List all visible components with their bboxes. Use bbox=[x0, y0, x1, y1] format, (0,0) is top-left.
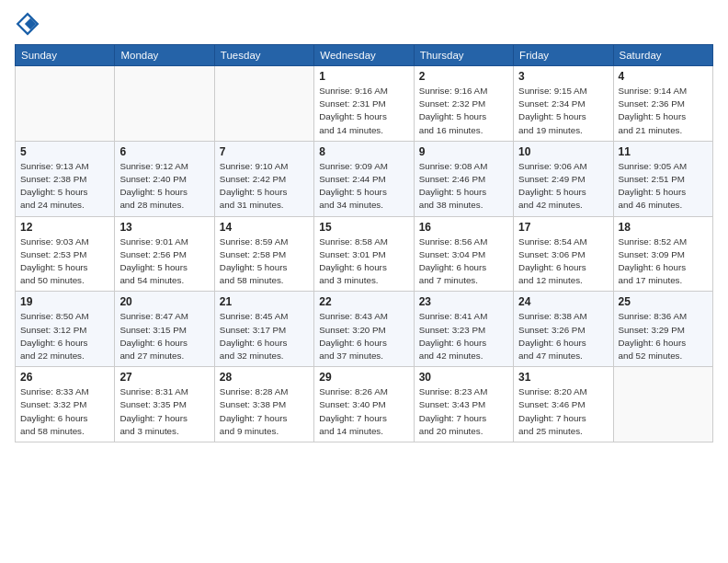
day-info: Sunrise: 8:52 AM Sunset: 3:09 PM Dayligh… bbox=[619, 236, 708, 288]
calendar-cell: 8Sunrise: 9:09 AM Sunset: 2:44 PM Daylig… bbox=[314, 141, 414, 216]
calendar-cell bbox=[613, 367, 712, 442]
day-number: 18 bbox=[619, 221, 708, 234]
calendar-cell: 22Sunrise: 8:43 AM Sunset: 3:20 PM Dayli… bbox=[314, 292, 414, 367]
day-number: 7 bbox=[220, 145, 309, 158]
calendar-cell: 31Sunrise: 8:20 AM Sunset: 3:46 PM Dayli… bbox=[514, 367, 613, 442]
calendar-cell: 5Sunrise: 9:13 AM Sunset: 2:38 PM Daylig… bbox=[16, 141, 115, 216]
calendar-cell: 12Sunrise: 9:03 AM Sunset: 2:53 PM Dayli… bbox=[16, 216, 115, 292]
day-number: 11 bbox=[619, 145, 708, 158]
calendar-week-row: 5Sunrise: 9:13 AM Sunset: 2:38 PM Daylig… bbox=[16, 141, 713, 216]
header bbox=[15, 11, 713, 37]
day-number: 30 bbox=[419, 371, 508, 384]
day-info: Sunrise: 8:59 AM Sunset: 2:58 PM Dayligh… bbox=[220, 236, 309, 288]
day-info: Sunrise: 8:54 AM Sunset: 3:06 PM Dayligh… bbox=[518, 236, 608, 288]
day-info: Sunrise: 9:14 AM Sunset: 2:36 PM Dayligh… bbox=[619, 85, 708, 137]
calendar-cell: 7Sunrise: 9:10 AM Sunset: 2:42 PM Daylig… bbox=[214, 141, 313, 216]
day-number: 26 bbox=[20, 371, 109, 384]
day-info: Sunrise: 9:16 AM Sunset: 2:32 PM Dayligh… bbox=[419, 85, 508, 137]
calendar-week-row: 12Sunrise: 9:03 AM Sunset: 2:53 PM Dayli… bbox=[16, 216, 713, 292]
day-info: Sunrise: 8:56 AM Sunset: 3:04 PM Dayligh… bbox=[419, 236, 508, 288]
day-info: Sunrise: 8:36 AM Sunset: 3:29 PM Dayligh… bbox=[619, 310, 708, 362]
calendar-week-row: 26Sunrise: 8:33 AM Sunset: 3:32 PM Dayli… bbox=[16, 367, 713, 442]
calendar-cell: 18Sunrise: 8:52 AM Sunset: 3:09 PM Dayli… bbox=[613, 216, 712, 292]
calendar-cell: 25Sunrise: 8:36 AM Sunset: 3:29 PM Dayli… bbox=[613, 292, 712, 367]
day-info: Sunrise: 8:20 AM Sunset: 3:46 PM Dayligh… bbox=[518, 385, 608, 438]
calendar-cell: 29Sunrise: 8:26 AM Sunset: 3:40 PM Dayli… bbox=[314, 367, 414, 442]
day-number: 5 bbox=[20, 145, 109, 158]
calendar-cell: 3Sunrise: 9:15 AM Sunset: 2:34 PM Daylig… bbox=[514, 66, 613, 142]
calendar-cell bbox=[115, 66, 214, 142]
day-info: Sunrise: 8:47 AM Sunset: 3:15 PM Dayligh… bbox=[119, 310, 209, 362]
day-number: 20 bbox=[119, 295, 209, 308]
calendar-cell: 10Sunrise: 9:06 AM Sunset: 2:49 PM Dayli… bbox=[514, 141, 613, 216]
calendar-cell: 14Sunrise: 8:59 AM Sunset: 2:58 PM Dayli… bbox=[214, 216, 313, 292]
calendar-cell: 27Sunrise: 8:31 AM Sunset: 3:35 PM Dayli… bbox=[115, 367, 214, 442]
day-number: 17 bbox=[518, 221, 608, 234]
calendar-cell bbox=[16, 66, 115, 142]
calendar-cell: 6Sunrise: 9:12 AM Sunset: 2:40 PM Daylig… bbox=[115, 141, 214, 216]
day-info: Sunrise: 8:50 AM Sunset: 3:12 PM Dayligh… bbox=[20, 310, 109, 362]
day-number: 22 bbox=[319, 295, 408, 308]
calendar-week-row: 1Sunrise: 9:16 AM Sunset: 2:31 PM Daylig… bbox=[16, 66, 713, 142]
weekday-header-row: SundayMondayTuesdayWednesdayThursdayFrid… bbox=[16, 45, 713, 66]
day-number: 3 bbox=[518, 70, 608, 83]
day-number: 25 bbox=[619, 295, 708, 308]
calendar-cell: 20Sunrise: 8:47 AM Sunset: 3:15 PM Dayli… bbox=[115, 292, 214, 367]
day-number: 29 bbox=[319, 371, 408, 384]
day-info: Sunrise: 8:58 AM Sunset: 3:01 PM Dayligh… bbox=[319, 236, 408, 288]
weekday-header-cell: Sunday bbox=[16, 45, 115, 66]
day-info: Sunrise: 8:28 AM Sunset: 3:38 PM Dayligh… bbox=[220, 385, 309, 438]
calendar-cell: 15Sunrise: 8:58 AM Sunset: 3:01 PM Dayli… bbox=[314, 216, 414, 292]
day-info: Sunrise: 8:23 AM Sunset: 3:43 PM Dayligh… bbox=[419, 385, 508, 438]
day-info: Sunrise: 8:26 AM Sunset: 3:40 PM Dayligh… bbox=[319, 385, 408, 438]
logo bbox=[15, 11, 44, 37]
day-info: Sunrise: 9:05 AM Sunset: 2:51 PM Dayligh… bbox=[619, 160, 708, 213]
calendar-cell: 2Sunrise: 9:16 AM Sunset: 2:32 PM Daylig… bbox=[414, 66, 513, 142]
weekday-header-cell: Saturday bbox=[613, 45, 712, 66]
day-info: Sunrise: 9:13 AM Sunset: 2:38 PM Dayligh… bbox=[20, 160, 109, 213]
calendar-cell: 17Sunrise: 8:54 AM Sunset: 3:06 PM Dayli… bbox=[514, 216, 613, 292]
day-number: 21 bbox=[220, 295, 309, 308]
day-info: Sunrise: 9:15 AM Sunset: 2:34 PM Dayligh… bbox=[518, 85, 608, 137]
calendar-cell: 19Sunrise: 8:50 AM Sunset: 3:12 PM Dayli… bbox=[16, 292, 115, 367]
calendar-cell: 16Sunrise: 8:56 AM Sunset: 3:04 PM Dayli… bbox=[414, 216, 513, 292]
day-info: Sunrise: 9:08 AM Sunset: 2:46 PM Dayligh… bbox=[419, 160, 508, 213]
calendar-cell: 11Sunrise: 9:05 AM Sunset: 2:51 PM Dayli… bbox=[613, 141, 712, 216]
day-info: Sunrise: 9:10 AM Sunset: 2:42 PM Dayligh… bbox=[220, 160, 309, 213]
logo-icon bbox=[15, 11, 40, 37]
calendar-body: 1Sunrise: 9:16 AM Sunset: 2:31 PM Daylig… bbox=[16, 66, 713, 442]
day-info: Sunrise: 8:43 AM Sunset: 3:20 PM Dayligh… bbox=[319, 310, 408, 362]
day-number: 14 bbox=[220, 221, 309, 234]
day-number: 1 bbox=[319, 70, 408, 83]
day-number: 28 bbox=[220, 371, 309, 384]
day-info: Sunrise: 9:12 AM Sunset: 2:40 PM Dayligh… bbox=[119, 160, 209, 213]
calendar-cell: 9Sunrise: 9:08 AM Sunset: 2:46 PM Daylig… bbox=[414, 141, 513, 216]
weekday-header-cell: Monday bbox=[115, 45, 214, 66]
calendar-cell: 23Sunrise: 8:41 AM Sunset: 3:23 PM Dayli… bbox=[414, 292, 513, 367]
calendar-cell: 26Sunrise: 8:33 AM Sunset: 3:32 PM Dayli… bbox=[16, 367, 115, 442]
weekday-header-cell: Friday bbox=[514, 45, 613, 66]
calendar-cell: 1Sunrise: 9:16 AM Sunset: 2:31 PM Daylig… bbox=[314, 66, 414, 142]
calendar-cell: 21Sunrise: 8:45 AM Sunset: 3:17 PM Dayli… bbox=[214, 292, 313, 367]
day-number: 27 bbox=[119, 371, 209, 384]
day-number: 31 bbox=[518, 371, 608, 384]
weekday-header-cell: Tuesday bbox=[214, 45, 313, 66]
calendar-cell: 24Sunrise: 8:38 AM Sunset: 3:26 PM Dayli… bbox=[514, 292, 613, 367]
day-info: Sunrise: 8:45 AM Sunset: 3:17 PM Dayligh… bbox=[220, 310, 309, 362]
day-number: 24 bbox=[518, 295, 608, 308]
calendar-cell: 13Sunrise: 9:01 AM Sunset: 2:56 PM Dayli… bbox=[115, 216, 214, 292]
day-info: Sunrise: 9:16 AM Sunset: 2:31 PM Dayligh… bbox=[319, 85, 408, 137]
calendar-cell bbox=[214, 66, 313, 142]
day-info: Sunrise: 9:06 AM Sunset: 2:49 PM Dayligh… bbox=[518, 160, 608, 213]
day-number: 15 bbox=[319, 221, 408, 234]
calendar: SundayMondayTuesdayWednesdayThursdayFrid… bbox=[15, 44, 713, 442]
day-number: 4 bbox=[619, 70, 708, 83]
weekday-header-cell: Wednesday bbox=[314, 45, 414, 66]
day-info: Sunrise: 9:01 AM Sunset: 2:56 PM Dayligh… bbox=[119, 236, 209, 288]
day-number: 2 bbox=[419, 70, 508, 83]
calendar-cell: 4Sunrise: 9:14 AM Sunset: 2:36 PM Daylig… bbox=[613, 66, 712, 142]
day-number: 6 bbox=[119, 145, 209, 158]
day-number: 19 bbox=[20, 295, 109, 308]
day-info: Sunrise: 8:41 AM Sunset: 3:23 PM Dayligh… bbox=[419, 310, 508, 362]
weekday-header-cell: Thursday bbox=[414, 45, 513, 66]
